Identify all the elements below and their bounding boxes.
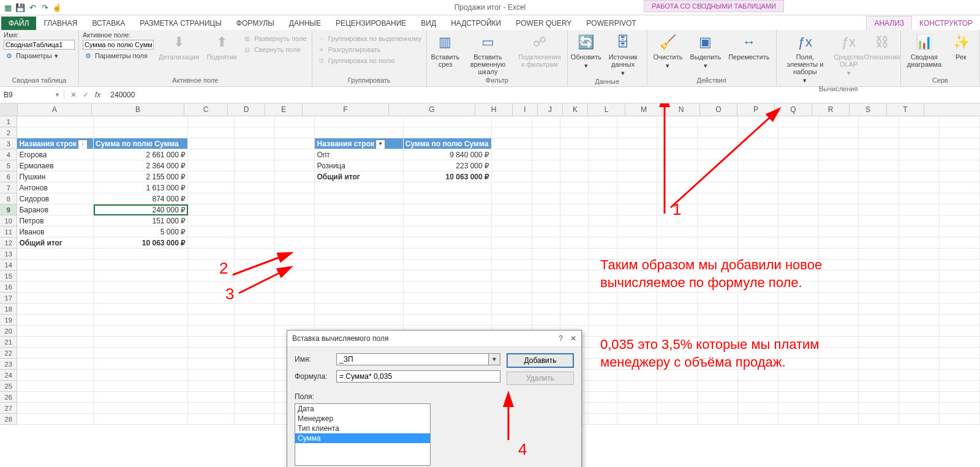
cell[interactable] [492, 127, 532, 138]
cell[interactable] [657, 138, 698, 149]
cell[interactable]: 2 364 000 ₽ [94, 160, 188, 171]
cell[interactable] [738, 381, 778, 392]
fx-icon[interactable]: fx [95, 91, 100, 99]
cell[interactable] [778, 315, 819, 326]
cell[interactable] [235, 414, 275, 425]
cell[interactable] [188, 326, 235, 337]
cell[interactable] [560, 215, 589, 226]
cell[interactable] [589, 414, 617, 425]
field-item-selected[interactable]: Сумма [295, 433, 430, 443]
cell[interactable] [819, 304, 859, 315]
cell[interactable] [404, 260, 492, 271]
cell[interactable] [17, 282, 94, 293]
cell[interactable] [532, 204, 560, 215]
cell[interactable]: Розница [315, 160, 403, 171]
field-item[interactable]: Тип клиента [295, 424, 430, 433]
col-header[interactable]: N [663, 103, 700, 116]
cell[interactable] [698, 403, 738, 414]
tab-review[interactable]: РЕЦЕНЗИРОВАНИЕ [328, 17, 413, 30]
row-header[interactable]: 22 [0, 348, 17, 359]
field-item[interactable]: Менеджер [295, 414, 430, 424]
col-header[interactable]: A [18, 103, 92, 116]
cell[interactable] [589, 304, 617, 315]
cell[interactable] [738, 304, 778, 315]
cell[interactable] [404, 193, 492, 204]
cell[interactable] [899, 204, 940, 215]
cell[interactable] [94, 271, 188, 282]
cell[interactable] [819, 160, 859, 171]
cell[interactable]: 5 000 ₽ [94, 226, 188, 237]
cell[interactable] [617, 315, 658, 326]
cell[interactable] [698, 127, 738, 138]
cell[interactable] [698, 392, 738, 403]
cell[interactable] [188, 414, 235, 425]
cell[interactable] [560, 237, 589, 248]
cell[interactable] [94, 326, 188, 337]
select-button[interactable]: ▣Выделить ▾ [687, 31, 723, 70]
cell[interactable] [560, 293, 589, 304]
cell[interactable] [617, 326, 658, 337]
tab-home[interactable]: ГЛАВНАЯ [36, 17, 85, 30]
cell[interactable] [657, 370, 698, 381]
cell[interactable] [617, 414, 658, 425]
cell[interactable] [235, 226, 275, 237]
cell[interactable] [492, 182, 532, 193]
cell[interactable] [859, 116, 899, 127]
cell[interactable] [94, 248, 188, 260]
cell[interactable] [899, 370, 940, 381]
cell[interactable] [859, 237, 899, 248]
cell[interactable] [778, 127, 819, 138]
cell[interactable] [617, 116, 658, 127]
cell[interactable] [899, 304, 940, 315]
cell[interactable] [738, 370, 778, 381]
col-header[interactable]: S [850, 103, 887, 116]
row-header[interactable]: 1 [0, 116, 17, 127]
cell[interactable] [17, 248, 94, 260]
cell[interactable] [698, 149, 738, 160]
cell[interactable] [315, 237, 403, 248]
cell[interactable] [778, 171, 819, 182]
cell[interactable] [819, 403, 859, 414]
cell[interactable] [698, 182, 738, 193]
cell[interactable]: Опт [315, 149, 403, 160]
cell[interactable] [94, 403, 188, 414]
cell[interactable] [17, 337, 94, 348]
row-header[interactable]: 21 [0, 337, 17, 348]
cell[interactable] [698, 193, 738, 204]
cell[interactable] [560, 171, 589, 182]
cell[interactable] [492, 304, 532, 315]
cell[interactable] [617, 381, 658, 392]
undo-icon[interactable]: ↶ [27, 2, 38, 13]
cell[interactable] [235, 392, 275, 403]
cell[interactable] [899, 414, 940, 425]
cell[interactable] [778, 204, 819, 215]
cell[interactable] [617, 127, 658, 138]
cell[interactable] [235, 326, 275, 337]
cell[interactable] [17, 271, 94, 282]
cell[interactable] [235, 204, 275, 215]
cell[interactable] [492, 271, 532, 282]
cell[interactable] [17, 293, 94, 304]
cell[interactable] [657, 392, 698, 403]
cell[interactable] [492, 204, 532, 215]
cell[interactable] [560, 160, 589, 171]
drilldown-button[interactable]: ⬇Детализация [156, 31, 202, 62]
cell[interactable] [617, 171, 658, 182]
cell[interactable] [275, 160, 315, 171]
cell[interactable] [778, 149, 819, 160]
cell[interactable] [698, 315, 738, 326]
cell[interactable] [275, 304, 315, 315]
cell[interactable]: 10 063 000 ₽ [404, 171, 492, 182]
cell[interactable] [532, 171, 560, 182]
cell[interactable] [899, 403, 940, 414]
cell[interactable] [275, 138, 315, 149]
cell[interactable] [899, 315, 940, 326]
cell[interactable] [778, 182, 819, 193]
cell[interactable] [940, 403, 980, 414]
row-header[interactable]: 24 [0, 370, 17, 381]
cell[interactable] [589, 237, 617, 248]
cell[interactable] [698, 204, 738, 215]
group-field-button[interactable]: ⑦Группировка по полю [316, 56, 423, 65]
cell[interactable] [698, 326, 738, 337]
cell[interactable] [492, 237, 532, 248]
